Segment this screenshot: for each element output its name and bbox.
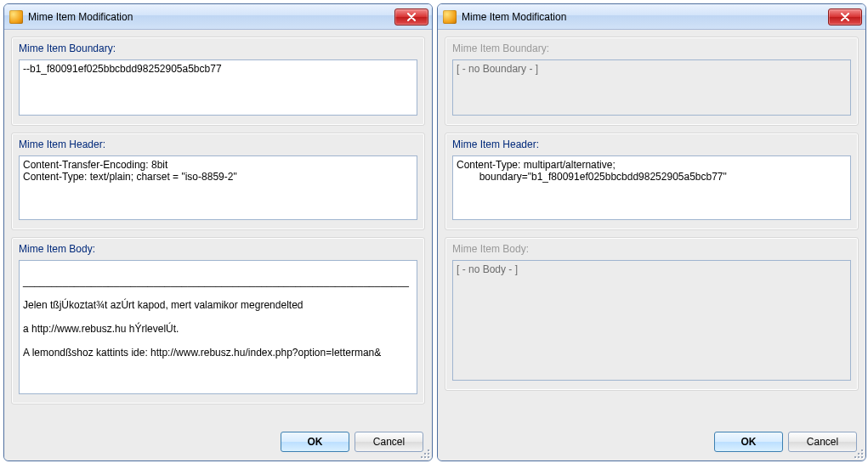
boundary-input bbox=[452, 59, 851, 116]
resize-grip[interactable] bbox=[852, 447, 864, 459]
group-boundary-label: Mime Item Boundary: bbox=[12, 37, 424, 54]
cancel-button[interactable]: Cancel bbox=[788, 432, 857, 452]
header-input[interactable] bbox=[19, 155, 417, 220]
group-header: Mime Item Header: bbox=[445, 133, 859, 230]
group-body-label: Mime Item Body: bbox=[445, 238, 858, 255]
window-right: Mime Item Modification Mime Item Boundar… bbox=[437, 3, 866, 461]
titlebar[interactable]: Mime Item Modification bbox=[438, 4, 865, 30]
ok-button[interactable]: OK bbox=[281, 432, 349, 452]
group-header: Mime Item Header: bbox=[11, 133, 425, 230]
body-input bbox=[452, 260, 851, 381]
cancel-button[interactable]: Cancel bbox=[355, 432, 423, 452]
resize-grip[interactable] bbox=[418, 447, 430, 459]
close-icon bbox=[840, 13, 850, 21]
group-body-label: Mime Item Body: bbox=[12, 238, 424, 255]
close-button[interactable] bbox=[828, 8, 862, 25]
boundary-input[interactable] bbox=[19, 59, 417, 116]
button-row: OK Cancel bbox=[281, 432, 423, 452]
window-title: Mime Item Modification bbox=[28, 11, 394, 23]
group-boundary: Mime Item Boundary: bbox=[445, 37, 859, 126]
titlebar[interactable]: Mime Item Modification bbox=[4, 4, 432, 30]
group-boundary-label: Mime Item Boundary: bbox=[445, 37, 858, 54]
window-title: Mime Item Modification bbox=[462, 11, 828, 23]
group-header-label: Mime Item Header: bbox=[12, 133, 424, 150]
group-body: Mime Item Body: bbox=[445, 237, 859, 391]
group-boundary: Mime Item Boundary: bbox=[11, 37, 425, 126]
client-area: Mime Item Boundary: Mime Item Header: Mi… bbox=[438, 30, 865, 461]
close-button[interactable] bbox=[394, 8, 428, 25]
button-row: OK Cancel bbox=[714, 432, 857, 452]
app-icon bbox=[443, 10, 457, 24]
app-icon bbox=[9, 10, 23, 24]
ok-button[interactable]: OK bbox=[714, 432, 783, 452]
group-body: Mime Item Body: bbox=[11, 237, 425, 404]
client-area: Mime Item Boundary: Mime Item Header: Mi… bbox=[4, 30, 432, 461]
window-left: Mime Item Modification Mime Item Boundar… bbox=[3, 3, 433, 461]
group-header-label: Mime Item Header: bbox=[445, 133, 858, 150]
header-input[interactable] bbox=[452, 155, 851, 220]
close-icon bbox=[406, 13, 417, 21]
body-input[interactable] bbox=[19, 260, 417, 394]
